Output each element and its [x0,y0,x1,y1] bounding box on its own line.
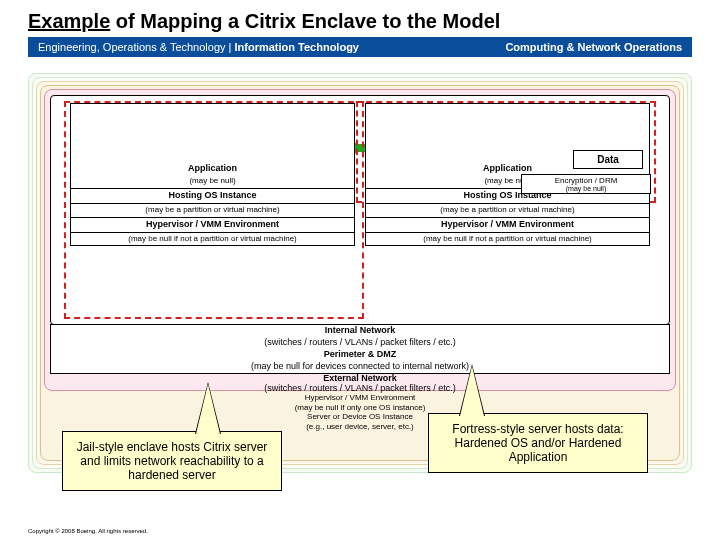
left-hosting-os-label: Hosting OS Instance [70,188,355,204]
subheader-left: Engineering, Operations & Technology | I… [38,41,359,53]
page-title: Example of Mapping a Citrix Enclave to t… [0,0,720,37]
copyright-text: Copyright © 2008 Boeing. All rights rese… [28,528,148,534]
subheader-bar: Engineering, Operations & Technology | I… [28,37,692,57]
left-hypervisor-sub: (may be null if not a partition or virtu… [70,232,355,247]
internal-network-label: Internal Network [50,324,670,338]
right-hypervisor-sub: (may be null if not a partition or virtu… [365,232,650,247]
left-hosting-os-sub: (may be a partition or virtual machine) [70,203,355,218]
right-hosting-os-sub: (may be a partition or virtual machine) [365,203,650,218]
org-path: Engineering, Operations & Technology | [38,41,235,53]
encryption-drm-sub: (may be null) [522,185,650,192]
fortress-callout: Fortress-style server hosts data: Harden… [428,413,648,473]
encryption-drm-label: Encryption / DRM [522,176,650,185]
title-word: Example [28,10,110,32]
right-hypervisor-label: Hypervisor / VMM Environment [365,217,650,233]
data-box: Data [573,150,643,169]
left-application-label: Application [71,162,354,176]
diagram-area: Application (may be null) Hosting OS Ins… [28,73,692,473]
right-stack: Data Encryption / DRM (may be null) Appl… [365,103,650,246]
middle-network-stack: Internal Network (switches / routers / V… [50,325,670,395]
jail-callout-text: Jail-style enclave hosts Citrix server a… [77,440,268,482]
left-app-box: Application (may be null) [70,103,355,189]
subheader-right: Computing & Network Operations [505,41,682,53]
right-app-box: Data Encryption / DRM (may be null) Appl… [365,103,650,189]
org-unit: Information Technology [235,41,359,53]
left-application-sub: (may be null) [71,175,354,188]
title-rest: of Mapping a Citrix Enclave to the Model [110,10,500,32]
jail-callout: Jail-style enclave hosts Citrix server a… [62,431,282,491]
fortress-callout-text: Fortress-style server hosts data: Harden… [452,422,623,464]
encryption-drm-box: Encryption / DRM (may be null) [521,174,651,194]
left-hypervisor-label: Hypervisor / VMM Environment [70,217,355,233]
left-stack: Application (may be null) Hosting OS Ins… [70,103,355,246]
